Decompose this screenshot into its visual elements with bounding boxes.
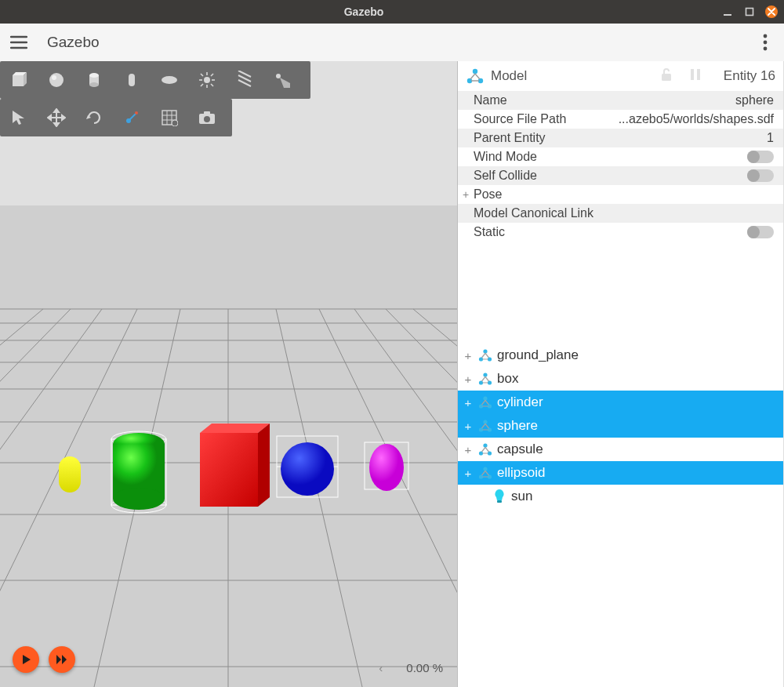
svg-point-3 bbox=[764, 41, 768, 45]
svg-rect-93 bbox=[691, 69, 694, 80]
screenshot-button[interactable] bbox=[188, 99, 226, 136]
svg-point-53 bbox=[204, 77, 210, 83]
window-close-button[interactable] bbox=[765, 5, 778, 18]
prop-name: Namesphere bbox=[458, 91, 783, 110]
expand-icon[interactable]: + bbox=[463, 373, 474, 386]
tree-node-cylinder[interactable]: +cylinder bbox=[458, 391, 783, 414]
shape-capsule bbox=[59, 456, 81, 493]
expand-left-icon[interactable]: ‹ bbox=[379, 661, 383, 674]
svg-point-42 bbox=[369, 444, 404, 491]
svg-rect-113 bbox=[497, 500, 502, 503]
prop-self-collide: Self Collide bbox=[458, 166, 783, 185]
model-icon bbox=[477, 417, 494, 434]
prop-static: Static bbox=[458, 223, 783, 242]
svg-point-102 bbox=[479, 404, 483, 408]
svg-point-98 bbox=[483, 373, 487, 376]
rotate-tool-button[interactable] bbox=[75, 99, 113, 136]
window-title: Gazebo bbox=[6, 5, 721, 18]
tree-node-label: ellipsoid bbox=[497, 465, 545, 481]
svg-point-2 bbox=[764, 35, 768, 38]
model-icon bbox=[477, 370, 494, 387]
svg-marker-71 bbox=[54, 123, 59, 126]
tree-node-label: box bbox=[497, 371, 518, 387]
svg-rect-0 bbox=[724, 14, 731, 16]
insert-directionallight-button[interactable] bbox=[226, 61, 263, 99]
select-tool-button[interactable] bbox=[0, 99, 38, 136]
play-button[interactable] bbox=[13, 646, 39, 673]
realtime-factor-status: ‹0.00 % bbox=[379, 661, 443, 674]
svg-rect-43 bbox=[13, 75, 24, 86]
svg-point-76 bbox=[135, 111, 138, 114]
pause-icon[interactable] bbox=[689, 67, 706, 85]
prop-source-file: Source File Path...azebo5/worlds/shapes.… bbox=[458, 110, 783, 129]
svg-point-101 bbox=[483, 396, 487, 400]
insert-cylinder-button[interactable] bbox=[75, 61, 113, 99]
window-buttons bbox=[721, 5, 778, 18]
step-button[interactable] bbox=[49, 646, 75, 673]
entity-tree[interactable]: +ground_plane+box+cylinder+sphere+capsul… bbox=[458, 344, 783, 687]
static-toggle[interactable] bbox=[747, 226, 774, 238]
svg-point-34 bbox=[113, 488, 165, 510]
expand-icon[interactable]: + bbox=[463, 349, 474, 362]
model-icon bbox=[477, 347, 494, 364]
svg-point-112 bbox=[488, 474, 492, 478]
svg-point-52 bbox=[162, 76, 177, 84]
translate-tool-button[interactable] bbox=[38, 99, 75, 136]
expand-icon[interactable]: + bbox=[463, 188, 474, 201]
tree-node-label: capsule bbox=[497, 442, 543, 457]
svg-point-49 bbox=[89, 73, 99, 78]
svg-marker-72 bbox=[48, 115, 51, 120]
tree-node-label: cylinder bbox=[497, 394, 543, 410]
svg-rect-28 bbox=[59, 456, 81, 493]
window-maximize-button[interactable] bbox=[743, 5, 756, 18]
insert-capsule-button[interactable] bbox=[113, 61, 151, 99]
right-panel: Model Entity 16 Namesphere Source File P… bbox=[457, 61, 783, 687]
wind-mode-toggle[interactable] bbox=[747, 151, 774, 163]
insert-shapes-toolbar bbox=[0, 61, 310, 99]
insert-ellipsoid-button[interactable] bbox=[151, 61, 188, 99]
expand-icon[interactable]: + bbox=[463, 420, 474, 433]
tree-node-label: ground_plane bbox=[497, 347, 579, 363]
lock-icon[interactable] bbox=[659, 67, 677, 85]
svg-rect-51 bbox=[129, 74, 135, 86]
grid-toggle-button[interactable] bbox=[151, 99, 188, 136]
expand-icon[interactable]: + bbox=[463, 443, 474, 456]
expand-icon[interactable]: + bbox=[463, 467, 474, 480]
svg-point-106 bbox=[488, 427, 492, 431]
svg-marker-37 bbox=[258, 423, 270, 507]
tree-node-ellipsoid[interactable]: +ellipsoid bbox=[458, 461, 783, 485]
tree-node-sphere[interactable]: +sphere bbox=[458, 414, 783, 438]
svg-rect-1 bbox=[746, 9, 753, 16]
svg-point-82 bbox=[172, 120, 178, 126]
svg-point-111 bbox=[479, 474, 483, 478]
entity-id-label: Entity 16 bbox=[724, 68, 775, 84]
3d-viewport[interactable]: ‹0.00 % bbox=[0, 61, 457, 687]
insert-sphere-button[interactable] bbox=[38, 61, 75, 99]
hamburger-menu-button[interactable] bbox=[8, 31, 30, 53]
tree-node-ground_plane[interactable]: +ground_plane bbox=[458, 344, 783, 367]
insert-pointlight-button[interactable] bbox=[188, 61, 226, 99]
insert-spotlight-button[interactable] bbox=[263, 61, 301, 99]
svg-point-96 bbox=[479, 357, 483, 361]
tree-node-box[interactable]: +box bbox=[458, 367, 783, 391]
svg-marker-70 bbox=[54, 109, 59, 112]
overflow-menu-button[interactable] bbox=[754, 31, 776, 53]
svg-point-4 bbox=[764, 47, 768, 51]
window-minimize-button[interactable] bbox=[721, 5, 734, 18]
svg-point-50 bbox=[89, 82, 99, 87]
prop-pose[interactable]: +Pose bbox=[458, 185, 783, 204]
tree-node-capsule[interactable]: +capsule bbox=[458, 438, 783, 461]
model-icon bbox=[477, 464, 494, 482]
prop-parent-entity: Parent Entity1 bbox=[458, 129, 783, 147]
svg-point-47 bbox=[52, 75, 56, 80]
svg-point-103 bbox=[488, 404, 492, 408]
insert-box-button[interactable] bbox=[0, 61, 38, 99]
svg-marker-86 bbox=[23, 655, 31, 664]
transform-tool-button[interactable] bbox=[113, 99, 151, 136]
expand-icon[interactable]: + bbox=[463, 396, 474, 409]
svg-point-89 bbox=[473, 69, 477, 74]
svg-point-97 bbox=[488, 357, 492, 361]
self-collide-toggle[interactable] bbox=[747, 169, 774, 182]
svg-rect-94 bbox=[697, 69, 700, 80]
tree-node-sun[interactable]: sun bbox=[458, 485, 783, 508]
